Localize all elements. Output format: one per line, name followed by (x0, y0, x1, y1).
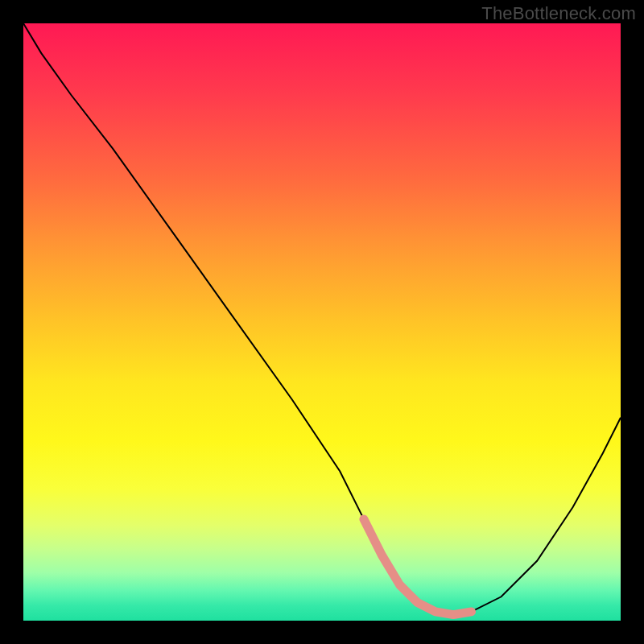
chart-frame: TheBottleneck.com (0, 0, 644, 644)
watermark-text: TheBottleneck.com (481, 3, 636, 24)
bottleneck-curve (23, 23, 621, 615)
highlight-segment (364, 519, 472, 615)
chart-svg (23, 23, 621, 621)
